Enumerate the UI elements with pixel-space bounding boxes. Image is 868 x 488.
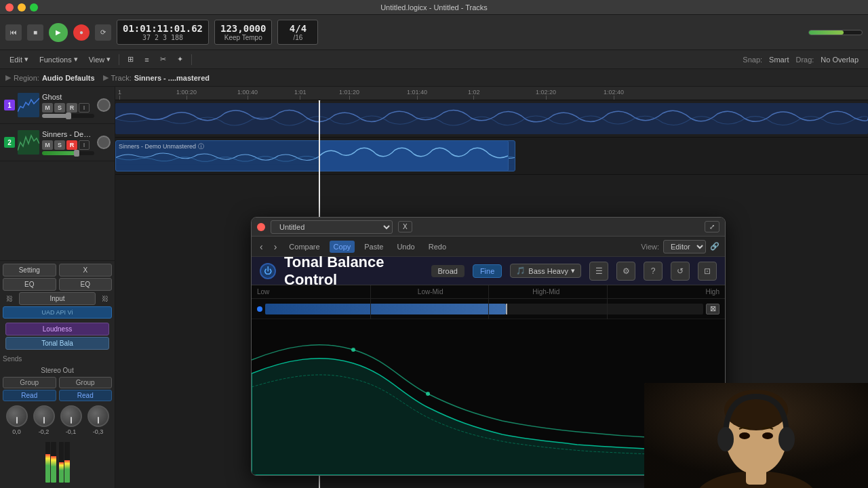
track-volume-knob-1[interactable]	[97, 98, 111, 112]
audio-clip-1[interactable]	[115, 103, 868, 134]
knob-3[interactable]	[60, 405, 82, 427]
region-info: ▶ Region: Audio Defaults	[5, 73, 95, 82]
plugin-close-button[interactable]	[257, 223, 265, 231]
plugin-name: Tonal Balance Control	[284, 253, 423, 289]
copy-button[interactable]: Copy	[330, 241, 355, 253]
read-left-button[interactable]: Read	[3, 390, 56, 401]
compare-icon-button[interactable]: ⊡	[698, 262, 717, 281]
freq-bar-marker	[506, 304, 507, 314]
track-value: Sinners - ....mastered	[134, 74, 210, 82]
knob-1-value: 0,0	[12, 428, 21, 435]
track-fader-track-1[interactable]	[42, 114, 94, 118]
power-button[interactable]: ⏻	[260, 263, 276, 279]
plugin-expand-button[interactable]: ⤢	[705, 221, 719, 232]
volume-fader[interactable]	[808, 30, 863, 35]
tool-grid-button[interactable]: ⊞	[123, 54, 138, 65]
view-label: View:	[641, 243, 659, 251]
read-right-button[interactable]: Read	[59, 390, 113, 401]
cycle-button[interactable]: ⟳	[95, 24, 111, 41]
compare-button[interactable]: Compare	[285, 241, 323, 253]
freq-bar-collapse-button[interactable]: ⊠	[706, 304, 719, 314]
track-input-2[interactable]: I	[79, 140, 90, 150]
group-left-button[interactable]: Group	[3, 377, 56, 388]
track-solo-2[interactable]: S	[54, 140, 65, 150]
chain-right-icon: ⛓	[98, 294, 112, 304]
functions-menu[interactable]: Functions ▾	[35, 54, 82, 65]
ruler-tick-4: 1:01:20	[339, 89, 359, 100]
knob-2[interactable]	[33, 405, 55, 427]
view-select[interactable]: Editor	[663, 240, 706, 253]
redo-button[interactable]: Redo	[425, 241, 450, 253]
loudness-plugin-button[interactable]: Loudness	[5, 323, 109, 336]
track-fader-2	[42, 151, 94, 155]
title-bar: Untitled.logicx - Untitled - Tracks	[0, 0, 868, 15]
track-input-1[interactable]: I	[79, 103, 90, 113]
help-icon-button[interactable]: ?	[644, 262, 663, 281]
track-lane-2: Sinners - Demo Unmastered ⓘ	[115, 138, 868, 175]
plugin-x-button[interactable]: X	[398, 221, 412, 232]
title-bar-controls	[5, 3, 38, 12]
view-menu[interactable]: View ▾	[85, 54, 115, 65]
paste-button[interactable]: Paste	[360, 241, 387, 253]
freq-bar-container[interactable]	[265, 304, 703, 314]
ruler-tick-5: 1:01:40	[407, 89, 427, 100]
edit-label: Edit	[9, 56, 22, 64]
meter-bars-1	[45, 442, 56, 483]
plugin-preset-select[interactable]: Untitled	[271, 220, 393, 234]
track-fader-track-2[interactable]	[42, 151, 94, 155]
view-controls: View: Editor 🔗	[641, 240, 719, 253]
reset-icon-button[interactable]: ↺	[671, 262, 690, 281]
tonal-plugin-button[interactable]: Tonal Bala	[5, 337, 109, 350]
tool-pen-button[interactable]: ✦	[173, 54, 187, 65]
eq-button[interactable]: EQ	[3, 278, 56, 291]
meter-bar-l2	[59, 442, 64, 483]
edit-toolbar: Edit ▾ Functions ▾ View ▾ ⊞ ≡ ✂ ✦ Snap: …	[0, 50, 868, 69]
snap-value[interactable]: Smart	[765, 54, 793, 65]
bars-beats-value: 37 2 3 188	[142, 34, 183, 41]
track-info-2: Sinners - Demo Unmastered M S R I	[42, 130, 94, 155]
knob-4[interactable]	[87, 405, 109, 427]
maximize-window-button[interactable]	[30, 3, 38, 12]
tool-list-button[interactable]: ≡	[140, 54, 153, 65]
eq-right-button[interactable]: EQ	[59, 278, 113, 291]
x-button[interactable]: X	[59, 264, 113, 277]
bass-heavy-select[interactable]: 🎵 Bass Heavy ▾	[510, 264, 581, 278]
ruler-tick-0: 1	[118, 89, 121, 100]
audio-clip-2b[interactable]	[319, 140, 509, 171]
input-button[interactable]: Input	[19, 292, 96, 305]
tool-scissors-button[interactable]: ✂	[156, 54, 170, 65]
track-record-1[interactable]: R	[66, 103, 77, 113]
nav-back-button[interactable]: ‹	[257, 240, 266, 253]
stop-button[interactable]: ■	[27, 24, 43, 41]
close-window-button[interactable]	[5, 3, 14, 12]
go-to-start-button[interactable]: ⏮	[5, 24, 22, 41]
nav-forward-button[interactable]: ›	[271, 240, 280, 253]
svg-point-15	[778, 427, 795, 451]
fine-button[interactable]: Fine	[473, 264, 502, 278]
edit-menu[interactable]: Edit ▾	[5, 54, 33, 65]
record-button[interactable]: ●	[73, 24, 90, 41]
menu-icon-button[interactable]: ☰	[589, 262, 608, 281]
transport-bar: ⏮ ■ ▶ ● ⟳ 01:01:11:01.62 37 2 3 188 123,…	[0, 15, 868, 50]
track-solo-1[interactable]: S	[54, 103, 65, 113]
play-button[interactable]: ▶	[49, 23, 68, 42]
undo-button[interactable]: Undo	[393, 241, 418, 253]
broad-button[interactable]: Broad	[431, 265, 465, 277]
setting-button[interactable]: Setting	[3, 264, 56, 277]
track-mute-1[interactable]: M	[42, 103, 53, 113]
track-volume-knob-2[interactable]	[97, 136, 111, 149]
stereo-out-label: Stereo Out	[3, 365, 112, 375]
settings-icon-button[interactable]: ⚙	[616, 262, 635, 281]
track-mute-2[interactable]: M	[42, 140, 53, 150]
drag-value[interactable]: No Overlap	[816, 54, 863, 65]
view-label: View	[89, 56, 105, 64]
track-thumb-1	[18, 93, 39, 117]
group-right-button[interactable]: Group	[59, 377, 113, 388]
track-record-2[interactable]: R	[66, 140, 77, 150]
track-header-1: 1 Ghost M S R I	[0, 87, 115, 124]
knob-1[interactable]	[6, 405, 28, 427]
track-header-2: 2 Sinners - Demo Unmastered M S R I	[0, 124, 115, 161]
minimize-window-button[interactable]	[18, 3, 26, 12]
tempo-display: 123,0000 Keep Tempo	[214, 20, 272, 45]
uad-plugin-button[interactable]: UAD API Vi	[3, 306, 112, 319]
